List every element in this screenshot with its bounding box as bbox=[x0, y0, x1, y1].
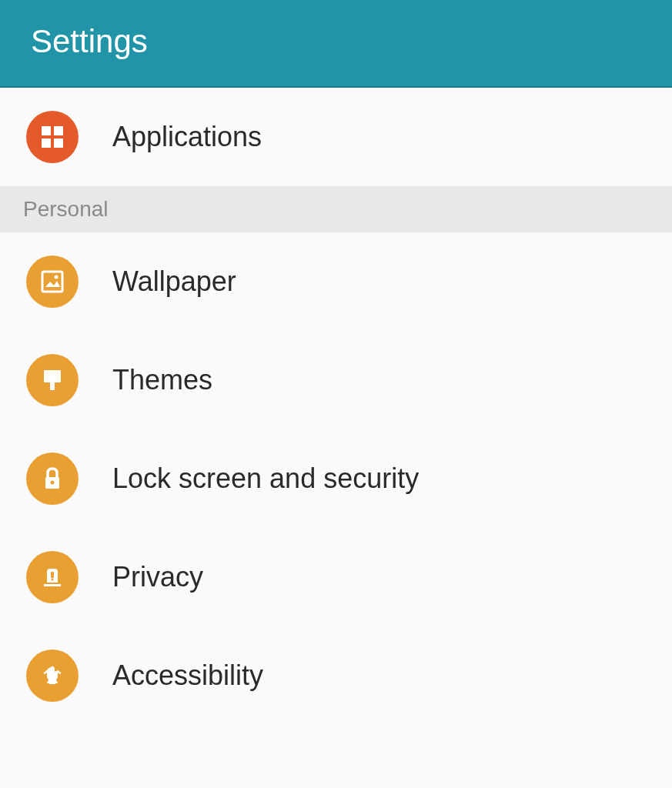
svg-rect-2 bbox=[42, 139, 51, 148]
accessibility-icon bbox=[26, 649, 79, 702]
svg-point-5 bbox=[55, 275, 59, 279]
svg-rect-3 bbox=[54, 139, 63, 148]
privacy-label: Privacy bbox=[112, 561, 203, 593]
svg-point-11 bbox=[52, 579, 54, 581]
svg-rect-6 bbox=[44, 370, 61, 382]
accessibility-label: Accessibility bbox=[112, 659, 263, 692]
section-personal: Personal bbox=[0, 186, 672, 232]
settings-item-accessibility[interactable]: Accessibility bbox=[0, 626, 672, 725]
privacy-icon bbox=[26, 551, 79, 603]
settings-item-themes[interactable]: Themes bbox=[0, 331, 672, 429]
lock-icon bbox=[26, 452, 79, 505]
settings-item-applications[interactable]: Applications bbox=[0, 88, 672, 186]
svg-rect-1 bbox=[54, 126, 63, 135]
themes-label: Themes bbox=[112, 364, 212, 396]
wallpaper-label: Wallpaper bbox=[112, 265, 236, 298]
themes-icon bbox=[26, 354, 79, 406]
applications-label: Applications bbox=[112, 121, 262, 153]
svg-rect-4 bbox=[42, 272, 62, 292]
svg-rect-0 bbox=[42, 126, 51, 135]
settings-item-lock-screen[interactable]: Lock screen and security bbox=[0, 429, 672, 528]
lock-screen-label: Lock screen and security bbox=[112, 462, 419, 495]
page-title: Settings bbox=[31, 23, 641, 60]
applications-icon bbox=[26, 111, 79, 163]
wallpaper-icon bbox=[26, 255, 79, 308]
settings-item-privacy[interactable]: Privacy bbox=[0, 528, 672, 626]
svg-rect-12 bbox=[44, 584, 61, 586]
settings-header: Settings bbox=[0, 0, 672, 88]
svg-point-9 bbox=[51, 481, 55, 485]
svg-rect-10 bbox=[51, 572, 54, 578]
settings-item-wallpaper[interactable]: Wallpaper bbox=[0, 232, 672, 331]
svg-rect-7 bbox=[50, 382, 55, 390]
